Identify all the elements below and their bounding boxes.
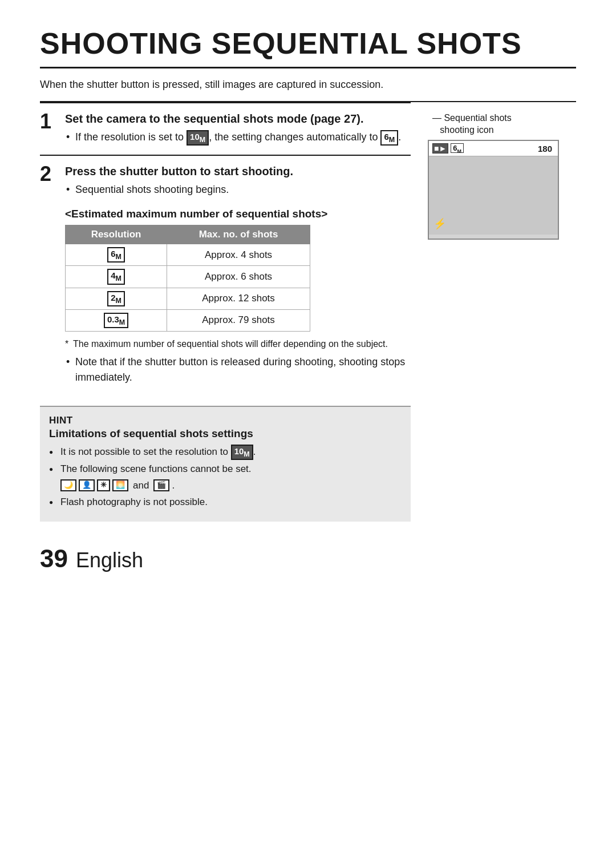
note-bullets: Note that if the shutter button is relea… [65, 354, 411, 385]
table-header-resolution: Resolution [66, 225, 167, 244]
table-row-03m: 0.3M Approx. 79 shots [66, 309, 310, 331]
step-1-bullet-1: If the resolution is set to 10M, the set… [65, 130, 411, 146]
table-cell-res-6m: 6M [66, 244, 167, 266]
step-1-content: Set the camera to the sequential shots m… [65, 111, 411, 147]
intro-text: When the shutter button is pressed, stil… [40, 79, 576, 91]
table-cell-res-03m: 0.3M [66, 309, 167, 331]
icon-scene-3: ✳ [97, 479, 110, 491]
hint-label: HINT [49, 415, 402, 426]
badge-2m-table: 2M [107, 291, 125, 306]
shots-table: Resolution Max. no. of shots 6M Approx. … [65, 225, 310, 332]
hint-item-2: The following scene functions cannot be … [49, 462, 402, 493]
step-2-number: 2 [40, 164, 65, 386]
table-row-2m: 2M Approx. 12 shots [66, 288, 310, 309]
step-1: 1 Set the camera to the sequential shots… [40, 102, 411, 155]
table-cell-shots-6m: Approx. 4 shots [167, 244, 310, 266]
step-1-number: 1 [40, 111, 65, 147]
table-cell-shots-2m: Approx. 12 shots [167, 288, 310, 309]
icon-scene-1: 🌙 [60, 479, 76, 491]
table-header-shots: Max. no. of shots [167, 225, 310, 244]
table-subheading: <Estimated maximum number of sequential … [65, 208, 411, 220]
hint-item-1: It is not possible to set the resolution… [49, 445, 402, 460]
badge-10m-hint: 10M [231, 445, 253, 460]
vf-flash-icon: ⚡ [433, 217, 446, 230]
vf-left-icons: ■► 6M [432, 143, 464, 154]
step-2-content: Press the shutter button to start shooti… [65, 164, 411, 386]
page-number: 39 [40, 544, 68, 573]
step-1-bullets: If the resolution is set to 10M, the set… [65, 130, 411, 146]
badge-6m-table: 6M [107, 247, 125, 263]
table-row-6m: 6M Approx. 4 shots [66, 244, 310, 266]
hint-section: HINT Limitations of sequential shots set… [40, 406, 411, 522]
table-row-4m: 4M Approx. 6 shots [66, 266, 310, 288]
right-column: — Sequential shots shooting icon ■► 6M 1… [428, 102, 576, 522]
table-cell-shots-4m: Approx. 6 shots [167, 266, 310, 288]
hint-list: It is not possible to set the resolution… [49, 445, 402, 510]
table-cell-res-2m: 2M [66, 288, 167, 309]
vf-resolution-label: 6M [451, 143, 464, 154]
main-content: 1 Set the camera to the sequential shots… [40, 102, 576, 522]
page-title: SHOOTING SEQUENTIAL SHOTS [40, 27, 576, 68]
callout-text-seq: — Sequential shots shooting icon [432, 112, 512, 136]
table-cell-res-4m: 4M [66, 266, 167, 288]
badge-4m-table: 4M [107, 269, 125, 284]
badge-6m-step1: 6M [380, 130, 398, 146]
note-asterisk: The maximum number of sequential shots w… [65, 337, 411, 351]
icon-scene-2: 👤 [79, 479, 95, 491]
hint-title: Limitations of sequential shots settings [49, 427, 402, 440]
badge-10m-step1: 10M [187, 130, 209, 146]
badge-03m-table: 0.3M [104, 313, 128, 328]
vf-seq-icon: ■► [432, 143, 448, 154]
viewfinder-box: ■► 6M 180 ⚡ [428, 140, 559, 240]
table-cell-shots-03m: Approx. 79 shots [167, 309, 310, 331]
note-bullet-1: Note that if the shutter button is relea… [65, 354, 411, 385]
vf-body: ⚡ [429, 156, 558, 235]
icon-scene-4: 🌅 [112, 479, 128, 491]
page-footer: 39 English [40, 544, 576, 573]
step-1-title: Set the camera to the sequential shots m… [65, 111, 411, 126]
viewfinder-container: — Sequential shots shooting icon ■► 6M 1… [428, 112, 559, 240]
hint-item-3: Flash photography is not possible. [49, 495, 402, 510]
step-2-bullets: Sequential shots shooting begins. [65, 182, 411, 197]
callout-row: — Sequential shots shooting icon [428, 112, 559, 136]
hint-and-text: and [133, 478, 149, 493]
step-2: 2 Press the shutter button to start shoo… [40, 155, 411, 394]
hint-icons-row: 🌙 👤 ✳ 🌅 and 🎬 . [60, 478, 175, 493]
callout-area: — Sequential shots shooting icon [432, 112, 512, 136]
left-column: 1 Set the camera to the sequential shots… [40, 102, 411, 522]
step-2-bullet-1: Sequential shots shooting begins. [65, 182, 411, 197]
step-2-title: Press the shutter button to start shooti… [65, 164, 411, 179]
vf-shot-count: 180 [538, 144, 552, 154]
icon-scene-5: 🎬 [153, 479, 169, 491]
page-language: English [76, 548, 143, 572]
viewfinder-top-bar: ■► 6M 180 [429, 141, 558, 157]
